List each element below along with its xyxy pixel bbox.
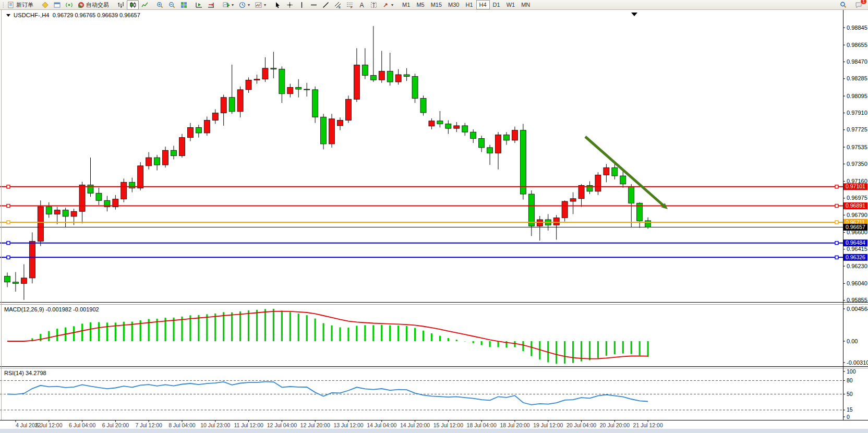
candlestick-icon bbox=[129, 2, 136, 8]
svg-text:0.98655: 0.98655 bbox=[847, 42, 867, 48]
timeframe-button-h4[interactable]: H4 bbox=[476, 0, 490, 9]
svg-text:21 Jul 12:00: 21 Jul 12:00 bbox=[633, 422, 663, 428]
svg-text:15: 15 bbox=[847, 406, 853, 413]
chart-symbol-period: USDCHF-,H4 bbox=[14, 12, 50, 18]
price-badge-0.97101: 0.97101 bbox=[843, 183, 867, 190]
auto-scroll-icon bbox=[196, 2, 202, 8]
bar-chart-button[interactable] bbox=[115, 0, 127, 10]
horizontal-line-button[interactable] bbox=[308, 0, 320, 10]
zoom-out-icon bbox=[168, 2, 175, 8]
zoom-in-icon bbox=[156, 2, 163, 8]
svg-text:E: E bbox=[339, 5, 341, 8]
svg-text:-0.003105: -0.003105 bbox=[847, 359, 868, 366]
chart-canvas[interactable]: 0.988450.986550.984700.982850.980950.979… bbox=[0, 9, 868, 433]
svg-text:0.96326: 0.96326 bbox=[846, 254, 865, 260]
auto-trading-icon bbox=[78, 2, 85, 8]
bottom-strip bbox=[0, 429, 868, 433]
text-button[interactable]: A bbox=[356, 0, 368, 10]
new-order-button[interactable]: 新订单 bbox=[5, 0, 36, 10]
notification-count-badge: 1 bbox=[860, 0, 867, 5]
candlestick-chart-button[interactable] bbox=[127, 0, 139, 10]
timeframe-button-m1[interactable]: M1 bbox=[399, 0, 413, 9]
timeframe-button-mn[interactable]: MN bbox=[518, 0, 533, 9]
timeframe-button-w1[interactable]: W1 bbox=[503, 0, 519, 9]
search-button[interactable] bbox=[837, 0, 849, 10]
auto-scroll-button[interactable] bbox=[193, 0, 205, 10]
chart-window[interactable]: USDCHF-,H4 0.96729 0.96765 0.96639 0.966… bbox=[0, 9, 868, 433]
vline-icon bbox=[298, 2, 305, 8]
bar-chart-icon bbox=[117, 2, 124, 8]
arrows-button[interactable]: ▾ bbox=[380, 0, 396, 10]
svg-text:0.96040: 0.96040 bbox=[847, 280, 867, 286]
label-button[interactable]: T bbox=[368, 0, 380, 10]
auto-trading-button-label: 自动交易 bbox=[86, 1, 109, 9]
data-window-button[interactable] bbox=[39, 0, 51, 10]
current-price-badge: 0.96657 bbox=[843, 224, 867, 231]
signals-button[interactable] bbox=[63, 0, 75, 10]
channel-icon: E bbox=[334, 2, 341, 8]
zoom-in-button[interactable] bbox=[154, 0, 166, 10]
svg-text:50: 50 bbox=[847, 391, 853, 397]
new-order-icon bbox=[8, 2, 15, 8]
svg-text:20 Jul 20:00: 20 Jul 20:00 bbox=[600, 422, 630, 428]
svg-text:12 Jul 04:00: 12 Jul 04:00 bbox=[267, 422, 297, 428]
timeframe-button-m30[interactable]: M30 bbox=[445, 0, 462, 9]
svg-text:6 Jul 20:00: 6 Jul 20:00 bbox=[102, 422, 129, 428]
label-icon: T bbox=[370, 2, 377, 8]
template-icon bbox=[255, 2, 262, 8]
svg-text:0.97535: 0.97535 bbox=[847, 144, 867, 150]
trendline-button[interactable] bbox=[320, 0, 332, 10]
svg-text:0.97910: 0.97910 bbox=[847, 110, 867, 116]
fibonacci-button[interactable]: F bbox=[344, 0, 356, 10]
svg-text:10 Jul 23:00: 10 Jul 23:00 bbox=[200, 422, 230, 428]
svg-text:0.98095: 0.98095 bbox=[847, 93, 867, 99]
svg-text:0.96484: 0.96484 bbox=[846, 239, 865, 246]
toolbar-drag-handle[interactable]: ┊ bbox=[0, 2, 5, 8]
svg-text:18 Jul 04:00: 18 Jul 04:00 bbox=[467, 422, 497, 428]
toolbar: ┊ 新订单自动交易▾▾▾EFAT▾ M1M5M15M30H1H4D1W1MN 1 bbox=[0, 0, 868, 10]
svg-text:19 Jul 12:00: 19 Jul 12:00 bbox=[533, 422, 563, 428]
hline-icon bbox=[310, 2, 317, 8]
arrows-icon bbox=[382, 2, 389, 8]
chart-shift-icon bbox=[208, 2, 214, 8]
tile-windows-button[interactable] bbox=[178, 0, 190, 10]
chart-shift-button[interactable] bbox=[205, 0, 217, 10]
timeframe-button-d1[interactable]: D1 bbox=[490, 0, 503, 9]
indicators-button-caret[interactable]: ▾ bbox=[232, 3, 234, 7]
timeframe-button-m5[interactable]: M5 bbox=[413, 0, 427, 9]
svg-text:0.98285: 0.98285 bbox=[847, 75, 867, 81]
macd-indicator-label: MACD(12,26,9) -0.001982 -0.001902 bbox=[4, 306, 99, 312]
arrows-button-caret[interactable]: ▾ bbox=[391, 3, 393, 7]
periods-button[interactable]: ▾ bbox=[236, 0, 252, 10]
fibo-icon: F bbox=[346, 2, 353, 8]
indicators-button[interactable]: ▾ bbox=[220, 0, 236, 10]
notifications-button[interactable]: 1 bbox=[852, 0, 865, 10]
svg-text:0.96415: 0.96415 bbox=[847, 246, 867, 252]
symbol-dropdown-icon[interactable] bbox=[6, 14, 10, 17]
line-chart-button[interactable] bbox=[139, 0, 151, 10]
auto-trading-button[interactable]: 自动交易 bbox=[75, 0, 112, 10]
cursor-button[interactable] bbox=[272, 0, 284, 10]
market-watch-button[interactable] bbox=[51, 0, 63, 10]
svg-text:F: F bbox=[351, 6, 353, 8]
svg-text:0.97101: 0.97101 bbox=[846, 183, 865, 189]
timeframe-button-m15[interactable]: M15 bbox=[428, 0, 445, 9]
line-chart-icon bbox=[141, 2, 148, 8]
svg-text:0.96975: 0.96975 bbox=[847, 195, 867, 201]
price-badge-0.96484: 0.96484 bbox=[843, 239, 867, 246]
clock-icon bbox=[239, 2, 246, 8]
svg-text:0.97350: 0.97350 bbox=[847, 161, 867, 167]
templates-button-caret[interactable]: ▾ bbox=[264, 3, 266, 7]
tile-windows-icon bbox=[180, 2, 187, 8]
svg-text:0.96891: 0.96891 bbox=[846, 202, 865, 209]
timeframe-button-h1[interactable]: H1 bbox=[462, 0, 476, 9]
svg-text:0.00: 0.00 bbox=[847, 338, 858, 344]
channel-button[interactable]: E bbox=[332, 0, 344, 10]
vertical-line-button[interactable] bbox=[296, 0, 308, 10]
crosshair-button[interactable] bbox=[284, 0, 296, 10]
svg-text:0.96790: 0.96790 bbox=[847, 212, 867, 218]
svg-text:14 Jul 20:00: 14 Jul 20:00 bbox=[400, 422, 430, 428]
zoom-out-button[interactable] bbox=[166, 0, 178, 10]
periods-button-caret[interactable]: ▾ bbox=[248, 3, 250, 7]
templates-button[interactable]: ▾ bbox=[252, 0, 269, 10]
